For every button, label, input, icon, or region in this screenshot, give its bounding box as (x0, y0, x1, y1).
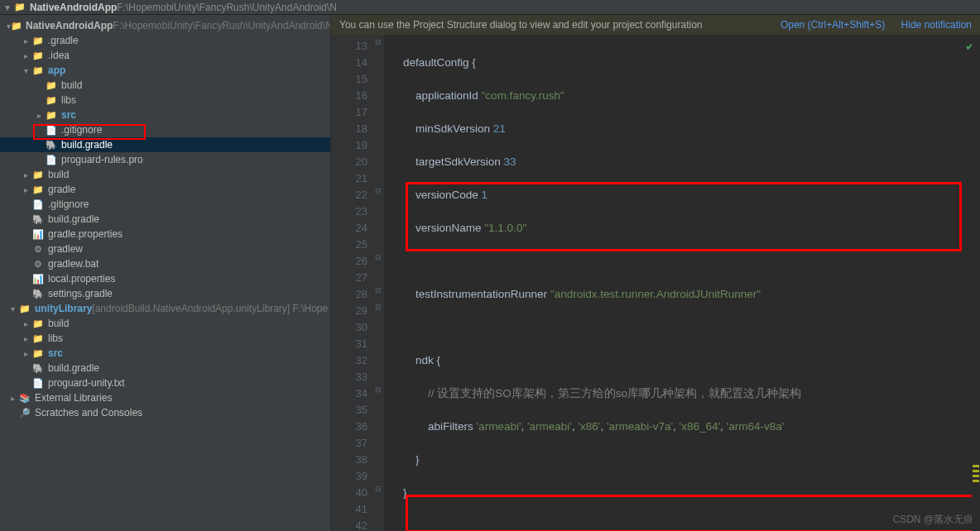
fold-marker[interactable]: ⊟ (372, 286, 384, 303)
line-number[interactable]: 33 (331, 369, 368, 385)
fold-marker[interactable]: ⊟ (372, 385, 384, 402)
chevron-icon[interactable]: ▸ (20, 51, 31, 60)
tree-item-gradlew-bat[interactable]: ⚙gradlew.bat (0, 256, 330, 271)
line-number[interactable]: 21 (331, 170, 368, 187)
line-number[interactable]: 13 (331, 38, 368, 55)
fold-marker[interactable]: ⊟ (372, 38, 384, 55)
line-number[interactable]: 35 (331, 402, 368, 419)
fold-marker[interactable] (372, 203, 384, 220)
line-number[interactable]: 25 (331, 237, 368, 253)
fold-marker[interactable] (372, 270, 384, 286)
fold-marker[interactable] (372, 104, 384, 121)
line-number[interactable]: 28 (331, 286, 368, 303)
tree-item-proguard-unity-txt[interactable]: 📄proguard-unity.txt (0, 376, 330, 390)
line-number[interactable]: 30 (331, 319, 368, 336)
tree-item--gradle[interactable]: ▸📁.gradle (0, 33, 330, 48)
fold-marker[interactable] (372, 468, 384, 485)
fold-marker[interactable]: ⊟ (372, 485, 384, 501)
fold-marker[interactable] (372, 137, 384, 154)
tree-item-build[interactable]: ▸📁build (0, 167, 330, 182)
fold-marker[interactable] (372, 55, 384, 71)
line-number[interactable]: 29 (331, 303, 368, 319)
tree-item-build[interactable]: 📁build (0, 78, 330, 93)
project-tree[interactable]: ▾📁NativeAndroidApp F:\HopemobiUnity\Fanc… (0, 15, 331, 531)
tree-item-settings-gradle[interactable]: 🐘settings.gradle (0, 286, 330, 301)
fold-marker[interactable] (372, 88, 384, 104)
tree-item-proguard-rules-pro[interactable]: 📄proguard-rules.pro (0, 152, 330, 167)
line-number[interactable]: 40 (331, 485, 368, 501)
fold-marker[interactable] (372, 369, 384, 385)
tree-item--gitignore[interactable]: 📄.gitignore (0, 122, 330, 137)
tree-item-build-gradle[interactable]: 🐘build.gradle (0, 361, 330, 376)
line-number[interactable]: 22 (331, 187, 368, 203)
tree-item-build-gradle[interactable]: 🐘build.gradle (0, 137, 330, 152)
fold-marker[interactable]: ⊟ (372, 303, 384, 319)
tree-item-nativeandroidapp[interactable]: ▾📁NativeAndroidApp F:\HopemobiUnity\Fanc… (0, 18, 330, 33)
chevron-icon[interactable]: ▾ (7, 304, 18, 313)
chevron-icon[interactable]: ▸ (20, 334, 31, 343)
tree-item-gradle[interactable]: ▸📁gradle (0, 182, 330, 197)
tree-item-external-libraries[interactable]: ▸📚External Libraries (0, 390, 330, 405)
line-number[interactable]: 37 (331, 435, 368, 452)
project-name[interactable]: NativeAndroidAppF:\HopemobiUnity\FancyRu… (30, 2, 337, 13)
fold-marker[interactable]: ⊟ (372, 187, 384, 203)
fold-marker[interactable] (372, 352, 384, 369)
chevron-icon[interactable]: ▸ (20, 36, 31, 45)
chevron-icon[interactable]: ▸ (7, 394, 18, 403)
line-gutter[interactable]: 1314151617181920212223242526272829303132… (331, 35, 372, 531)
tree-item-src[interactable]: ▸📁src (0, 108, 330, 122)
fold-marker[interactable] (372, 237, 384, 253)
tree-item--idea[interactable]: ▸📁.idea (0, 48, 330, 63)
chevron-icon[interactable]: ▸ (20, 170, 31, 179)
line-number[interactable]: 31 (331, 336, 368, 352)
line-number[interactable]: 20 (331, 154, 368, 170)
tree-item-unitylibrary[interactable]: ▾📁unityLibrary [androidBuild.NativeAndro… (0, 301, 330, 316)
line-number[interactable]: 42 (331, 518, 368, 531)
fold-marker[interactable] (372, 121, 384, 137)
chevron-icon[interactable]: ▸ (20, 349, 31, 358)
line-number[interactable]: 34 (331, 385, 368, 402)
line-number[interactable]: 17 (331, 104, 368, 121)
line-number[interactable]: 24 (331, 220, 368, 237)
tree-item-libs[interactable]: ▸📁libs (0, 331, 330, 346)
line-number[interactable]: 23 (331, 203, 368, 220)
code-editor[interactable]: defaultConfig { applicationId "com.fancy… (384, 35, 980, 531)
chevron-icon[interactable]: ▸ (20, 185, 31, 194)
fold-marker[interactable] (372, 501, 384, 518)
tree-item-build-gradle[interactable]: 🐘build.gradle (0, 212, 330, 227)
tree-item-libs[interactable]: 📁libs (0, 93, 330, 108)
expand-icon[interactable]: ▾ (5, 2, 10, 13)
open-structure-link[interactable]: Open (Ctrl+Alt+Shift+S) (781, 19, 885, 31)
fold-marker[interactable] (372, 170, 384, 187)
tree-item--gitignore[interactable]: 📄.gitignore (0, 197, 330, 212)
tree-item-src[interactable]: ▸📁src (0, 346, 330, 361)
fold-marker[interactable] (372, 419, 384, 435)
tree-item-gradle-properties[interactable]: 📊gradle.properties (0, 227, 330, 242)
fold-marker[interactable] (372, 435, 384, 452)
tree-item-local-properties[interactable]: 📊local.properties (0, 271, 330, 286)
line-number[interactable]: 32 (331, 352, 368, 369)
tree-item-app[interactable]: ▾📁app (0, 63, 330, 78)
tree-item-gradlew[interactable]: ⚙gradlew (0, 242, 330, 256)
line-number[interactable]: 15 (331, 71, 368, 88)
fold-marker[interactable] (372, 319, 384, 336)
line-number[interactable]: 18 (331, 121, 368, 137)
scrollbar[interactable] (972, 35, 980, 531)
line-number[interactable]: 38 (331, 452, 368, 468)
line-number[interactable]: 14 (331, 55, 368, 71)
line-number[interactable]: 27 (331, 270, 368, 286)
fold-gutter[interactable]: ⊟⊟⊟⊟⊟⊟⊟ (372, 35, 384, 531)
fold-marker[interactable] (372, 154, 384, 170)
fold-marker[interactable] (372, 71, 384, 88)
line-number[interactable]: 26 (331, 253, 368, 270)
line-number[interactable]: 19 (331, 137, 368, 154)
tree-item-scratches-and-consoles[interactable]: 🔎Scratches and Consoles (0, 405, 330, 420)
line-number[interactable]: 39 (331, 468, 368, 485)
chevron-icon[interactable]: ▸ (20, 319, 31, 328)
hide-notification-link[interactable]: Hide notification (901, 19, 972, 31)
fold-marker[interactable] (372, 402, 384, 419)
fold-marker[interactable] (372, 220, 384, 237)
fold-marker[interactable] (372, 336, 384, 352)
line-number[interactable]: 16 (331, 88, 368, 104)
tree-item-build[interactable]: ▸📁build (0, 316, 330, 331)
